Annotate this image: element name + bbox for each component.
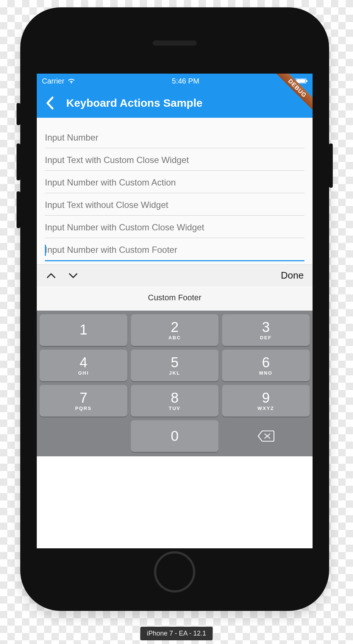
page-title: Keyboard Actions Sample	[66, 97, 203, 109]
app-bar: Keyboard Actions Sample	[37, 88, 313, 118]
key-5[interactable]: 5JKL	[131, 350, 218, 381]
status-bar: Carrier 5:46 PM	[37, 74, 313, 88]
input-number-custom-close[interactable]	[45, 216, 304, 238]
prev-field-button[interactable]	[46, 270, 57, 281]
key-backspace[interactable]	[222, 420, 310, 452]
wifi-icon	[67, 78, 75, 84]
key-8[interactable]: 8TUV	[131, 385, 218, 417]
input-text-custom-close[interactable]	[45, 148, 304, 171]
carrier-label: Carrier	[42, 77, 64, 85]
key-9[interactable]: 9WXYZ	[222, 385, 310, 417]
next-field-button[interactable]	[68, 270, 79, 281]
done-button[interactable]: Done	[281, 270, 304, 281]
key-7[interactable]: 7PQRS	[40, 385, 127, 417]
keyboard-toolbar: Done	[37, 264, 313, 286]
input-number-custom-action[interactable]	[45, 171, 304, 193]
custom-footer-label: Custom Footer	[37, 286, 313, 311]
key-4[interactable]: 4GHI	[40, 350, 127, 381]
form-content	[37, 118, 313, 264]
key-1[interactable]: 1	[40, 314, 127, 346]
svg-rect-1	[296, 79, 305, 83]
key-6[interactable]: 6MNO	[222, 350, 310, 381]
simulator-label: iPhone 7 - EA - 12.1	[140, 627, 213, 640]
key-0[interactable]: 0	[131, 420, 218, 452]
svg-rect-2	[306, 80, 307, 82]
numeric-keypad: 1 2ABC 3DEF 4GHI 5JKL 6MNO 7PQRS 8TUV 9W…	[37, 311, 313, 456]
input-text-no-close[interactable]	[45, 193, 304, 216]
input-number-custom-footer[interactable]	[45, 238, 304, 261]
key-2[interactable]: 2ABC	[131, 314, 218, 346]
text-caret	[45, 245, 46, 256]
clock: 5:46 PM	[172, 77, 199, 85]
key-3[interactable]: 3DEF	[222, 314, 310, 346]
input-number[interactable]	[45, 126, 304, 148]
phone-frame: Carrier 5:46 PM Keyboard Actions Sample …	[20, 7, 329, 611]
back-button[interactable]	[40, 94, 59, 112]
screen: Carrier 5:46 PM Keyboard Actions Sample …	[37, 74, 313, 548]
key-blank	[40, 420, 127, 452]
battery-icon	[296, 78, 307, 84]
